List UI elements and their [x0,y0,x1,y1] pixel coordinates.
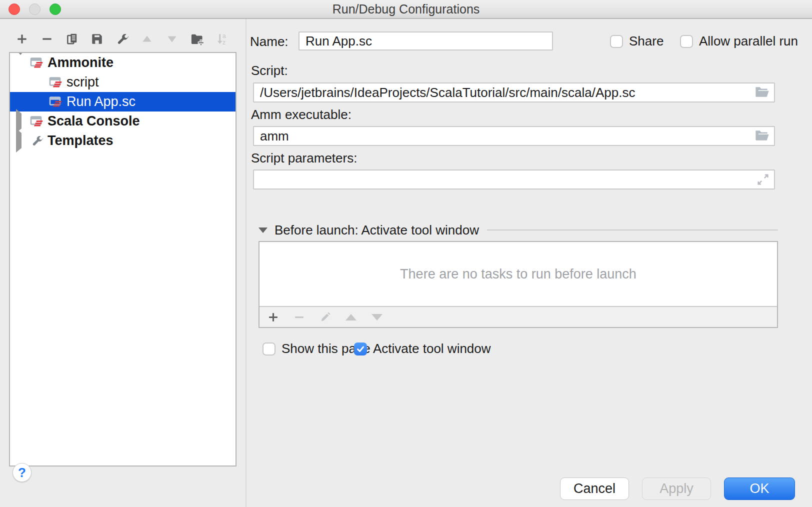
tree-item-templates[interactable]: Templates [10,131,236,150]
script-input[interactable] [253,82,775,102]
move-down-icon [165,32,179,46]
allow-parallel-run-option: Allow parallel run [680,34,798,49]
move-task-down-icon [370,310,384,324]
ammonite-icon [49,95,63,109]
tree-item-scala-console[interactable]: Scala Console [10,112,236,131]
script-parameters-input[interactable] [253,170,775,190]
activate-tool-window-checkbox[interactable] [354,342,367,356]
tree-item-label: Ammonite [48,55,114,70]
new-folder-icon[interactable] [190,32,204,46]
edit-task-icon [318,310,332,324]
copy-icon[interactable] [65,32,79,46]
fullscreen-window-button[interactable] [50,4,61,15]
tree-item-ammonite[interactable]: Ammonite [10,53,236,72]
svg-text:a: a [222,32,226,40]
remove-task-icon [292,310,306,324]
svg-text:z: z [222,39,226,46]
tree-item-label: script [66,74,99,90]
activate-tool-window-label: Activate tool window [373,341,491,356]
configurations-toolbar: a z [15,32,229,46]
expand-collapse-icon[interactable] [16,133,24,148]
ok-button[interactable]: OK [724,478,795,500]
window-title: Run/Debug Configurations [0,0,812,18]
share-checkbox[interactable] [610,35,623,48]
tree-item-script[interactable]: script [10,72,236,92]
expand-collapse-icon[interactable] [16,55,24,70]
collapse-section-icon[interactable] [258,228,268,233]
add-task-icon[interactable] [266,310,280,324]
wrench-icon [30,134,44,148]
amm-executable-input[interactable] [253,126,775,146]
expand-field-icon[interactable] [756,172,770,186]
before-launch-header[interactable]: Before launch: Activate tool window [258,224,778,236]
ammonite-icon [49,76,63,90]
activate-tool-window-option: Activate tool window [354,341,491,356]
script-parameters-label: Script parameters: [251,150,357,166]
wrench-icon[interactable] [115,32,129,46]
expand-collapse-icon[interactable] [16,114,24,129]
remove-icon[interactable] [40,32,54,46]
check-icon [356,344,365,354]
tree-item-label: Scala Console [48,114,140,129]
before-launch-title: Before launch: Activate tool window [274,222,479,238]
share-option: Share [610,34,664,49]
share-label: Share [629,34,664,49]
name-label: Name: [250,34,288,50]
minimize-window-button [29,4,40,15]
before-launch-tasks-box: There are no tasks to run before launch [258,241,778,328]
configurations-tree: Ammonite script Run App.sc [9,52,236,466]
allow-parallel-run-checkbox[interactable] [680,35,693,48]
sort-az-icon: a z [215,32,229,46]
move-up-icon [140,32,154,46]
tree-item-run-app-sc[interactable]: Run App.sc [10,92,236,112]
amm-executable-label: Amm executable: [251,107,352,122]
ammonite-icon [30,114,44,128]
browse-folder-icon[interactable] [754,129,770,143]
cancel-button[interactable]: Cancel [560,478,629,500]
question-mark-icon: ? [18,465,26,480]
amm-executable-field [253,126,775,146]
traffic-lights [8,4,61,15]
script-label: Script: [251,63,288,78]
section-divider [487,230,778,230]
add-icon[interactable] [15,32,29,46]
tree-item-label: Run App.sc [66,94,136,110]
name-input[interactable] [298,32,553,50]
show-this-page-checkbox[interactable] [262,342,276,356]
titlebar: Run/Debug Configurations [0,0,812,19]
save-icon[interactable] [90,32,104,46]
apply-button: Apply [642,478,711,500]
ammonite-icon [30,56,44,70]
empty-tasks-message: There are no tasks to run before launch [260,242,777,306]
run-debug-configurations-dialog: Run/Debug Configurations [0,0,812,507]
script-field [253,82,775,102]
dialog-buttons: Cancel Apply OK [560,478,795,500]
move-task-up-icon [344,310,358,324]
browse-folder-icon[interactable] [754,86,770,100]
tree-item-label: Templates [48,133,114,148]
panel-splitter[interactable] [246,19,246,507]
tasks-toolbar [260,306,777,327]
help-button[interactable]: ? [12,463,32,482]
script-parameters-field [253,170,775,190]
close-window-button[interactable] [8,4,20,15]
allow-parallel-run-label: Allow parallel run [699,34,798,49]
